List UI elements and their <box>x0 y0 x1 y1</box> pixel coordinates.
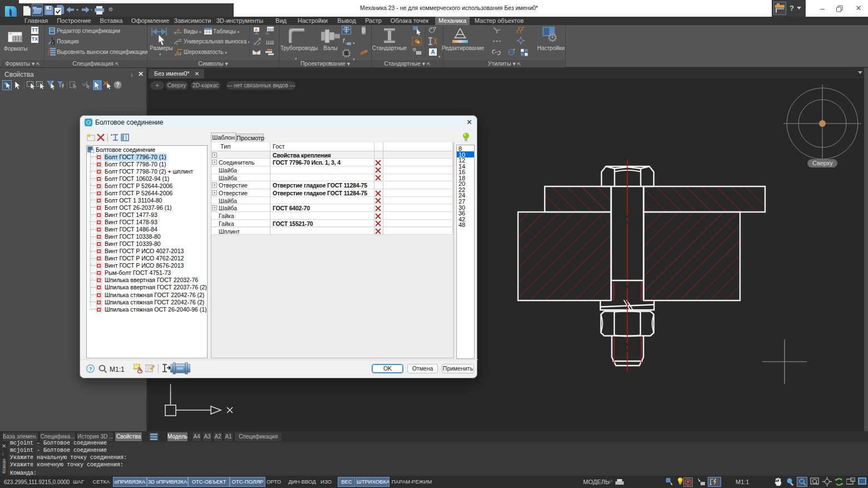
svg-text:⚙: ⚙ <box>547 31 558 43</box>
svg-text:x: x <box>346 42 347 45</box>
svg-text:?: ? <box>116 82 120 88</box>
svg-text:*: * <box>111 133 113 138</box>
svg-text:Сверху: Сверху <box>812 160 833 166</box>
svg-text:12: 12 <box>177 52 181 56</box>
svg-text:5103: 5103 <box>268 28 274 31</box>
svg-text:⚙: ⚙ <box>412 47 416 52</box>
svg-text:f: f <box>343 38 345 44</box>
svg-text:?: ? <box>89 366 92 372</box>
svg-text:A: A <box>176 28 180 33</box>
svg-text:A: A <box>255 28 258 32</box>
